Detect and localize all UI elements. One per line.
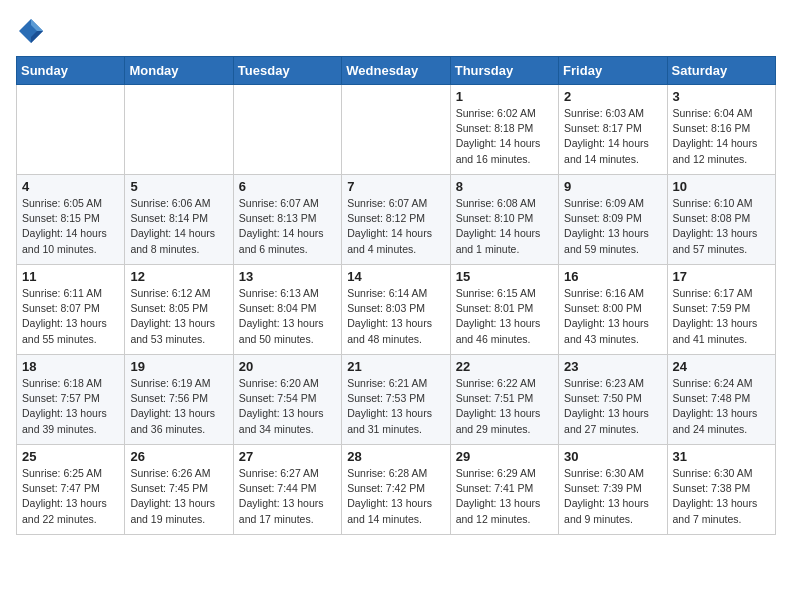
day-number: 22 bbox=[456, 359, 553, 374]
day-info: Sunrise: 6:14 AM Sunset: 8:03 PM Dayligh… bbox=[347, 286, 444, 347]
day-info: Sunrise: 6:13 AM Sunset: 8:04 PM Dayligh… bbox=[239, 286, 336, 347]
calendar-cell: 2Sunrise: 6:03 AM Sunset: 8:17 PM Daylig… bbox=[559, 85, 667, 175]
day-number: 9 bbox=[564, 179, 661, 194]
day-info: Sunrise: 6:03 AM Sunset: 8:17 PM Dayligh… bbox=[564, 106, 661, 167]
day-number: 17 bbox=[673, 269, 770, 284]
day-info: Sunrise: 6:08 AM Sunset: 8:10 PM Dayligh… bbox=[456, 196, 553, 257]
day-info: Sunrise: 6:21 AM Sunset: 7:53 PM Dayligh… bbox=[347, 376, 444, 437]
day-number: 2 bbox=[564, 89, 661, 104]
day-number: 11 bbox=[22, 269, 119, 284]
day-info: Sunrise: 6:24 AM Sunset: 7:48 PM Dayligh… bbox=[673, 376, 770, 437]
day-number: 18 bbox=[22, 359, 119, 374]
weekday-row: SundayMondayTuesdayWednesdayThursdayFrid… bbox=[17, 57, 776, 85]
calendar-cell: 4Sunrise: 6:05 AM Sunset: 8:15 PM Daylig… bbox=[17, 175, 125, 265]
logo-icon bbox=[16, 16, 46, 46]
weekday-header-tuesday: Tuesday bbox=[233, 57, 341, 85]
calendar-week-1: 1Sunrise: 6:02 AM Sunset: 8:18 PM Daylig… bbox=[17, 85, 776, 175]
weekday-header-friday: Friday bbox=[559, 57, 667, 85]
day-number: 28 bbox=[347, 449, 444, 464]
calendar-cell: 12Sunrise: 6:12 AM Sunset: 8:05 PM Dayli… bbox=[125, 265, 233, 355]
calendar-cell: 6Sunrise: 6:07 AM Sunset: 8:13 PM Daylig… bbox=[233, 175, 341, 265]
calendar-cell: 23Sunrise: 6:23 AM Sunset: 7:50 PM Dayli… bbox=[559, 355, 667, 445]
calendar-cell: 1Sunrise: 6:02 AM Sunset: 8:18 PM Daylig… bbox=[450, 85, 558, 175]
calendar-cell: 22Sunrise: 6:22 AM Sunset: 7:51 PM Dayli… bbox=[450, 355, 558, 445]
calendar-header: SundayMondayTuesdayWednesdayThursdayFrid… bbox=[17, 57, 776, 85]
day-number: 5 bbox=[130, 179, 227, 194]
page-header bbox=[16, 16, 776, 46]
calendar-table: SundayMondayTuesdayWednesdayThursdayFrid… bbox=[16, 56, 776, 535]
calendar-week-4: 18Sunrise: 6:18 AM Sunset: 7:57 PM Dayli… bbox=[17, 355, 776, 445]
calendar-cell bbox=[342, 85, 450, 175]
calendar-cell: 8Sunrise: 6:08 AM Sunset: 8:10 PM Daylig… bbox=[450, 175, 558, 265]
day-info: Sunrise: 6:16 AM Sunset: 8:00 PM Dayligh… bbox=[564, 286, 661, 347]
day-number: 27 bbox=[239, 449, 336, 464]
day-info: Sunrise: 6:30 AM Sunset: 7:38 PM Dayligh… bbox=[673, 466, 770, 527]
day-info: Sunrise: 6:12 AM Sunset: 8:05 PM Dayligh… bbox=[130, 286, 227, 347]
calendar-cell: 24Sunrise: 6:24 AM Sunset: 7:48 PM Dayli… bbox=[667, 355, 775, 445]
calendar-cell: 14Sunrise: 6:14 AM Sunset: 8:03 PM Dayli… bbox=[342, 265, 450, 355]
day-info: Sunrise: 6:25 AM Sunset: 7:47 PM Dayligh… bbox=[22, 466, 119, 527]
day-info: Sunrise: 6:11 AM Sunset: 8:07 PM Dayligh… bbox=[22, 286, 119, 347]
calendar-week-5: 25Sunrise: 6:25 AM Sunset: 7:47 PM Dayli… bbox=[17, 445, 776, 535]
calendar-cell: 5Sunrise: 6:06 AM Sunset: 8:14 PM Daylig… bbox=[125, 175, 233, 265]
calendar-cell: 21Sunrise: 6:21 AM Sunset: 7:53 PM Dayli… bbox=[342, 355, 450, 445]
weekday-header-thursday: Thursday bbox=[450, 57, 558, 85]
day-number: 26 bbox=[130, 449, 227, 464]
day-info: Sunrise: 6:09 AM Sunset: 8:09 PM Dayligh… bbox=[564, 196, 661, 257]
day-info: Sunrise: 6:15 AM Sunset: 8:01 PM Dayligh… bbox=[456, 286, 553, 347]
day-info: Sunrise: 6:28 AM Sunset: 7:42 PM Dayligh… bbox=[347, 466, 444, 527]
weekday-header-wednesday: Wednesday bbox=[342, 57, 450, 85]
calendar-cell: 26Sunrise: 6:26 AM Sunset: 7:45 PM Dayli… bbox=[125, 445, 233, 535]
day-number: 4 bbox=[22, 179, 119, 194]
calendar-cell: 28Sunrise: 6:28 AM Sunset: 7:42 PM Dayli… bbox=[342, 445, 450, 535]
day-info: Sunrise: 6:30 AM Sunset: 7:39 PM Dayligh… bbox=[564, 466, 661, 527]
calendar-cell: 25Sunrise: 6:25 AM Sunset: 7:47 PM Dayli… bbox=[17, 445, 125, 535]
calendar-cell: 30Sunrise: 6:30 AM Sunset: 7:39 PM Dayli… bbox=[559, 445, 667, 535]
day-number: 23 bbox=[564, 359, 661, 374]
day-number: 1 bbox=[456, 89, 553, 104]
day-info: Sunrise: 6:05 AM Sunset: 8:15 PM Dayligh… bbox=[22, 196, 119, 257]
calendar-cell: 18Sunrise: 6:18 AM Sunset: 7:57 PM Dayli… bbox=[17, 355, 125, 445]
calendar-cell bbox=[233, 85, 341, 175]
day-info: Sunrise: 6:07 AM Sunset: 8:12 PM Dayligh… bbox=[347, 196, 444, 257]
calendar-cell: 10Sunrise: 6:10 AM Sunset: 8:08 PM Dayli… bbox=[667, 175, 775, 265]
day-number: 31 bbox=[673, 449, 770, 464]
day-number: 20 bbox=[239, 359, 336, 374]
calendar-cell: 17Sunrise: 6:17 AM Sunset: 7:59 PM Dayli… bbox=[667, 265, 775, 355]
calendar-cell: 29Sunrise: 6:29 AM Sunset: 7:41 PM Dayli… bbox=[450, 445, 558, 535]
day-number: 15 bbox=[456, 269, 553, 284]
day-number: 30 bbox=[564, 449, 661, 464]
calendar-body: 1Sunrise: 6:02 AM Sunset: 8:18 PM Daylig… bbox=[17, 85, 776, 535]
day-number: 14 bbox=[347, 269, 444, 284]
day-number: 16 bbox=[564, 269, 661, 284]
day-number: 13 bbox=[239, 269, 336, 284]
day-info: Sunrise: 6:22 AM Sunset: 7:51 PM Dayligh… bbox=[456, 376, 553, 437]
day-info: Sunrise: 6:19 AM Sunset: 7:56 PM Dayligh… bbox=[130, 376, 227, 437]
day-info: Sunrise: 6:10 AM Sunset: 8:08 PM Dayligh… bbox=[673, 196, 770, 257]
day-number: 3 bbox=[673, 89, 770, 104]
day-info: Sunrise: 6:26 AM Sunset: 7:45 PM Dayligh… bbox=[130, 466, 227, 527]
calendar-cell: 19Sunrise: 6:19 AM Sunset: 7:56 PM Dayli… bbox=[125, 355, 233, 445]
day-number: 24 bbox=[673, 359, 770, 374]
day-info: Sunrise: 6:04 AM Sunset: 8:16 PM Dayligh… bbox=[673, 106, 770, 167]
weekday-header-sunday: Sunday bbox=[17, 57, 125, 85]
calendar-cell: 11Sunrise: 6:11 AM Sunset: 8:07 PM Dayli… bbox=[17, 265, 125, 355]
day-info: Sunrise: 6:07 AM Sunset: 8:13 PM Dayligh… bbox=[239, 196, 336, 257]
day-info: Sunrise: 6:06 AM Sunset: 8:14 PM Dayligh… bbox=[130, 196, 227, 257]
day-number: 29 bbox=[456, 449, 553, 464]
day-number: 8 bbox=[456, 179, 553, 194]
day-number: 10 bbox=[673, 179, 770, 194]
calendar-cell: 31Sunrise: 6:30 AM Sunset: 7:38 PM Dayli… bbox=[667, 445, 775, 535]
weekday-header-saturday: Saturday bbox=[667, 57, 775, 85]
day-info: Sunrise: 6:23 AM Sunset: 7:50 PM Dayligh… bbox=[564, 376, 661, 437]
day-info: Sunrise: 6:27 AM Sunset: 7:44 PM Dayligh… bbox=[239, 466, 336, 527]
calendar-week-2: 4Sunrise: 6:05 AM Sunset: 8:15 PM Daylig… bbox=[17, 175, 776, 265]
calendar-cell: 16Sunrise: 6:16 AM Sunset: 8:00 PM Dayli… bbox=[559, 265, 667, 355]
day-info: Sunrise: 6:17 AM Sunset: 7:59 PM Dayligh… bbox=[673, 286, 770, 347]
calendar-cell: 27Sunrise: 6:27 AM Sunset: 7:44 PM Dayli… bbox=[233, 445, 341, 535]
day-number: 19 bbox=[130, 359, 227, 374]
day-info: Sunrise: 6:02 AM Sunset: 8:18 PM Dayligh… bbox=[456, 106, 553, 167]
calendar-cell: 13Sunrise: 6:13 AM Sunset: 8:04 PM Dayli… bbox=[233, 265, 341, 355]
day-number: 25 bbox=[22, 449, 119, 464]
day-info: Sunrise: 6:29 AM Sunset: 7:41 PM Dayligh… bbox=[456, 466, 553, 527]
